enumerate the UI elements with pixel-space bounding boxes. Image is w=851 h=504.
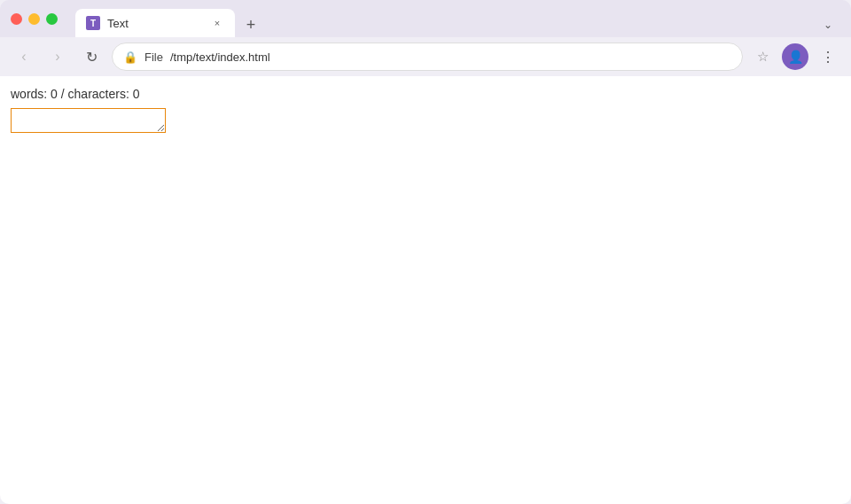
minimize-window-button[interactable] bbox=[28, 13, 40, 25]
word-count-label: words: 0 / characters: 0 bbox=[11, 87, 840, 101]
browser-window: Text × + ⌄ ‹ › ↻ 🔒 File /tmp/text/index.… bbox=[0, 0, 851, 504]
address-url: /tmp/text/index.html bbox=[170, 50, 731, 64]
tab-label: Text bbox=[107, 17, 203, 30]
page-content: words: 0 / characters: 0 bbox=[0, 76, 851, 504]
title-bar: Text × + ⌄ bbox=[0, 0, 851, 37]
back-button[interactable]: ‹ bbox=[11, 43, 37, 70]
close-window-button[interactable] bbox=[11, 13, 22, 25]
tab-expand-button[interactable]: ⌄ bbox=[816, 12, 840, 37]
tab-bar: Text × + ⌄ bbox=[75, 0, 840, 37]
file-icon: 🔒 bbox=[123, 50, 137, 64]
text-input[interactable] bbox=[11, 108, 166, 133]
file-label: File bbox=[144, 50, 163, 64]
new-tab-button[interactable]: + bbox=[238, 12, 263, 37]
profile-button[interactable]: 👤 bbox=[782, 43, 808, 70]
reload-button[interactable]: ↻ bbox=[78, 43, 105, 70]
address-bar[interactable]: 🔒 File /tmp/text/index.html bbox=[112, 43, 743, 71]
bookmark-button[interactable]: ☆ bbox=[750, 44, 775, 69]
forward-button[interactable]: › bbox=[44, 43, 71, 70]
window-controls bbox=[11, 13, 58, 25]
menu-button[interactable]: ⋮ bbox=[816, 44, 840, 69]
nav-bar: ‹ › ↻ 🔒 File /tmp/text/index.html ☆ 👤 ⋮ bbox=[0, 37, 851, 76]
maximize-window-button[interactable] bbox=[46, 13, 58, 25]
tab-close-button[interactable]: × bbox=[210, 16, 224, 30]
active-tab[interactable]: Text × bbox=[75, 9, 235, 37]
tab-favicon bbox=[86, 16, 100, 30]
profile-icon: 👤 bbox=[788, 50, 803, 64]
